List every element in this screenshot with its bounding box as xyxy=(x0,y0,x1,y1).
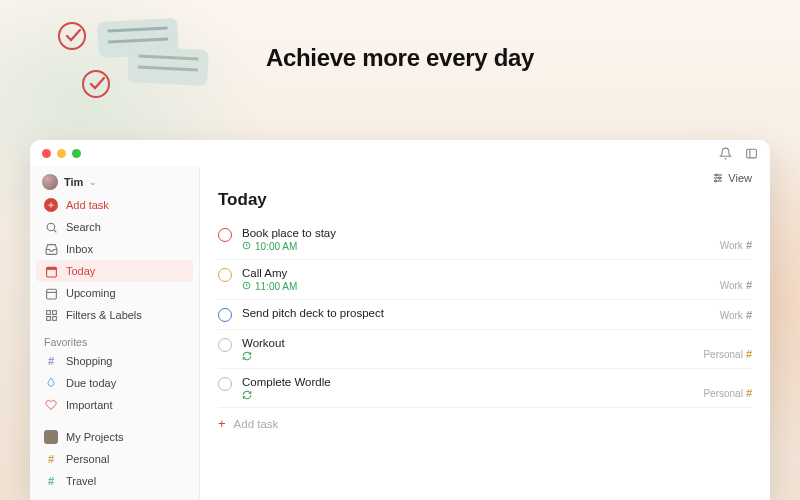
main-content: View Today Book place to stay10:00 AMWor… xyxy=(200,166,770,500)
notifications-icon[interactable] xyxy=(718,146,732,160)
calendar-today-icon xyxy=(44,264,58,278)
hero-tagline: Achieve more every day xyxy=(0,44,800,72)
sidebar-my-projects[interactable]: My Projects xyxy=(36,426,193,448)
task-checkbox[interactable] xyxy=(218,308,232,322)
task-row[interactable]: Complete WordlePersonal# xyxy=(218,369,752,408)
add-task-inline[interactable]: +Add task xyxy=(218,408,752,439)
task-project[interactable]: Work# xyxy=(720,279,752,291)
user-menu[interactable]: Tim ⌄ xyxy=(36,170,193,194)
hash-icon: # xyxy=(44,354,58,368)
task-title: Book place to stay xyxy=(242,227,710,239)
svg-line-3 xyxy=(54,230,56,232)
traffic-light-minimize[interactable] xyxy=(57,149,66,158)
hash-icon: # xyxy=(746,279,752,291)
hash-icon: # xyxy=(746,239,752,251)
task-title: Call Amy xyxy=(242,267,710,279)
page-title: Today xyxy=(200,188,770,220)
my-projects-label: My Projects xyxy=(66,431,123,443)
add-task-label: Add task xyxy=(66,199,109,211)
sidebar-item-today[interactable]: Today xyxy=(36,260,193,282)
recurring-icon xyxy=(242,351,252,361)
traffic-light-zoom[interactable] xyxy=(72,149,81,158)
sidebar: Tim ⌄ ＋ Add task SearchInbox TodayUpcomi… xyxy=(30,166,200,500)
task-time: 10:00 AM xyxy=(255,241,297,252)
task-row[interactable]: Send pitch deck to prospectWork# xyxy=(218,300,752,330)
add-task-inline-label: Add task xyxy=(234,418,279,430)
svg-rect-10 xyxy=(46,316,50,320)
add-task-button[interactable]: ＋ Add task xyxy=(36,194,193,216)
task-row[interactable]: Call Amy11:00 AMWork# xyxy=(218,260,752,300)
task-project[interactable]: Work# xyxy=(720,239,752,251)
traffic-light-close[interactable] xyxy=(42,149,51,158)
sidebar-item-label: Upcoming xyxy=(66,287,116,299)
droplet-icon xyxy=(44,376,58,390)
sidebar-item-label: Filters & Labels xyxy=(66,309,142,321)
project-travel[interactable]: #Travel xyxy=(36,470,193,492)
hash-icon: # xyxy=(44,452,58,466)
svg-point-15 xyxy=(716,174,718,176)
project-personal[interactable]: #Personal xyxy=(36,448,193,470)
recurring-icon xyxy=(242,390,252,400)
project-label: Travel xyxy=(66,475,96,487)
favorite-due-today[interactable]: Due today xyxy=(36,372,193,394)
user-name: Tim xyxy=(64,176,83,188)
task-title: Workout xyxy=(242,337,693,349)
svg-rect-0 xyxy=(746,149,756,158)
task-project[interactable]: Personal# xyxy=(703,387,752,399)
chevron-down-icon: ⌄ xyxy=(89,177,97,187)
task-checkbox[interactable] xyxy=(218,228,232,242)
task-row[interactable]: WorkoutPersonal# xyxy=(218,330,752,369)
favorites-header: Favorites xyxy=(36,326,193,350)
hash-icon: # xyxy=(746,387,752,399)
favorite-shopping[interactable]: #Shopping xyxy=(36,350,193,372)
task-title: Complete Wordle xyxy=(242,376,693,388)
grid-icon xyxy=(44,308,58,322)
svg-rect-11 xyxy=(52,316,56,320)
sidebar-item-inbox[interactable]: Inbox xyxy=(36,238,193,260)
view-button[interactable]: View xyxy=(712,172,752,184)
task-checkbox[interactable] xyxy=(218,338,232,352)
task-row[interactable]: Book place to stay10:00 AMWork# xyxy=(218,220,752,260)
heart-icon xyxy=(44,398,58,412)
search-icon xyxy=(44,220,58,234)
favorite-label: Important xyxy=(66,399,112,411)
svg-point-2 xyxy=(47,223,55,231)
svg-rect-8 xyxy=(46,310,50,314)
hash-icon: # xyxy=(44,474,58,488)
inbox-icon xyxy=(44,242,58,256)
sidebar-item-label: Today xyxy=(66,265,95,277)
sidebar-item-label: Search xyxy=(66,221,101,233)
task-project-label: Work xyxy=(720,280,743,291)
sidebar-item-label: Inbox xyxy=(66,243,93,255)
avatar xyxy=(42,174,58,190)
sidebar-item-upcoming[interactable]: Upcoming xyxy=(36,282,193,304)
plus-icon: + xyxy=(218,416,226,431)
plus-circle-icon: ＋ xyxy=(44,198,58,212)
favorite-label: Shopping xyxy=(66,355,113,367)
svg-point-16 xyxy=(719,177,721,179)
clock-icon xyxy=(242,281,251,292)
view-button-label: View xyxy=(728,172,752,184)
task-project-label: Work xyxy=(720,310,743,321)
svg-rect-5 xyxy=(46,267,56,270)
svg-rect-6 xyxy=(46,289,56,299)
sidebar-toggle-icon[interactable] xyxy=(744,146,758,160)
favorite-important[interactable]: Important xyxy=(36,394,193,416)
task-project[interactable]: Work# xyxy=(720,309,752,321)
clock-icon xyxy=(242,241,251,252)
hash-icon: # xyxy=(746,309,752,321)
task-title: Send pitch deck to prospect xyxy=(242,307,710,319)
svg-rect-9 xyxy=(52,310,56,314)
app-window: Tim ⌄ ＋ Add task SearchInbox TodayUpcomi… xyxy=(30,140,770,500)
task-checkbox[interactable] xyxy=(218,268,232,282)
task-checkbox[interactable] xyxy=(218,377,232,391)
task-project-label: Personal xyxy=(703,388,742,399)
task-project-label: Personal xyxy=(703,349,742,360)
folder-icon xyxy=(44,430,58,444)
sidebar-item-filters[interactable]: Filters & Labels xyxy=(36,304,193,326)
sliders-icon xyxy=(712,172,724,184)
sidebar-item-search[interactable]: Search xyxy=(36,216,193,238)
task-project[interactable]: Personal# xyxy=(703,348,752,360)
calendar-upcoming-icon xyxy=(44,286,58,300)
window-titlebar xyxy=(30,140,770,166)
